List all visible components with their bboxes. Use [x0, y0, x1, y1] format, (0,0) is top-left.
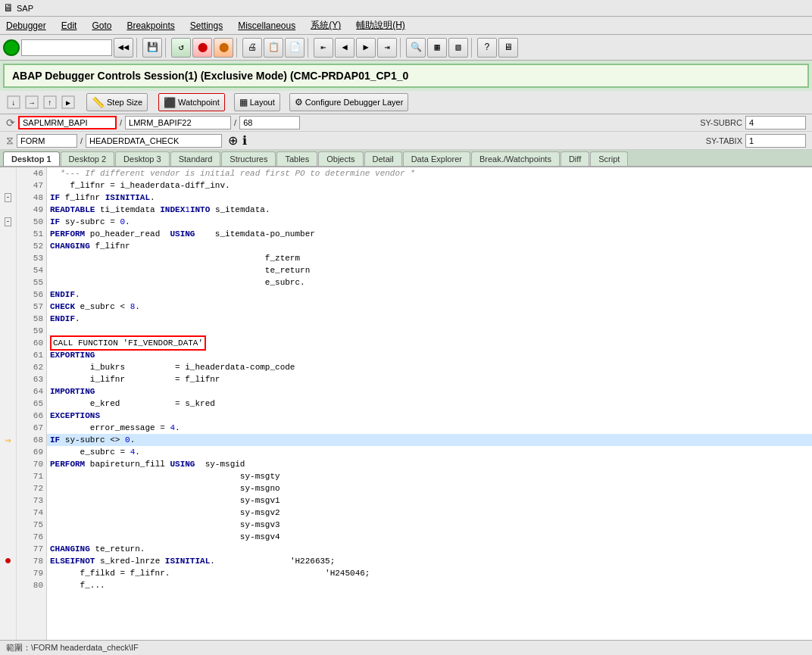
layout-btn1[interactable]: ▦	[427, 38, 447, 58]
code-line-68: IF sy-subrc <> 0.	[47, 434, 812, 446]
step-over-icon[interactable]: →	[24, 95, 39, 109]
sy-tabix-value[interactable]	[745, 134, 806, 148]
form-indicator-icon: ⧖	[6, 134, 14, 147]
line-num-50: 50	[17, 216, 46, 228]
tab-detail[interactable]: Detail	[364, 151, 402, 166]
find-btn[interactable]: 🔍	[406, 38, 426, 58]
toolbar-sep3	[236, 38, 239, 58]
ok-button[interactable]	[3, 39, 20, 56]
code-line-75: sy-msgv3	[47, 519, 812, 531]
info-row-2: ⧖ / ⊕ ℹ SY-TABIX	[0, 132, 812, 150]
watchpoint-btn[interactable]: ⬛ Watchpoint	[158, 93, 225, 111]
line-num-70: 70	[17, 458, 46, 470]
form-icon1[interactable]: ⊕	[228, 133, 238, 148]
nav-btn4[interactable]: ⇥	[377, 38, 397, 58]
line-num-52: 52	[17, 240, 46, 252]
line-num-76: 76	[17, 531, 46, 543]
line-num-78: 78	[17, 555, 46, 567]
tab-data-explorer[interactable]: Data Explorer	[403, 151, 470, 166]
line-num-69: 69	[17, 446, 46, 458]
tab-break--watchpoints[interactable]: Break./Watchpoints	[471, 151, 560, 166]
step-into-icon[interactable]: ↓	[6, 95, 21, 109]
menu-settings[interactable]: Settings	[187, 19, 226, 33]
menu-help[interactable]: 輔助說明(H)	[353, 17, 408, 33]
configure-btn[interactable]: ⚙ Configure Debugger Layer	[289, 93, 409, 111]
gutter-cell-52	[0, 240, 16, 252]
line-num-61: 61	[17, 349, 46, 361]
code-line-78: ELSEIF NOT s_kred-lnrze IS INITIAL. 'H22…	[47, 555, 812, 567]
debug-btn2[interactable]: ⬤	[214, 38, 233, 58]
menu-miscellaneous[interactable]: Miscellaneous	[235, 19, 298, 33]
tab-desktop-3[interactable]: Desktop 3	[115, 151, 170, 166]
svg-text:→: →	[30, 99, 34, 108]
sy-subrc-label: SY-SUBRC	[700, 118, 742, 127]
menu-goto[interactable]: Goto	[89, 19, 114, 33]
session-header: ABAP Debugger Controls Session(1) (Exclu…	[3, 64, 809, 88]
menu-system[interactable]: 系統(Y)	[308, 17, 344, 33]
refresh-btn[interactable]: ↺	[171, 38, 191, 58]
menu-breakpoints[interactable]: Breakpoints	[123, 19, 177, 33]
code-line-79: f_filkd = f_lifnr. 'H245046;	[47, 567, 812, 579]
line-num-54: 54	[17, 264, 46, 276]
configure-icon: ⚙	[295, 97, 303, 108]
toolbar-sep5	[400, 38, 403, 58]
save-btn[interactable]: 💾	[142, 38, 162, 58]
menu-debugger[interactable]: Debugger	[3, 19, 49, 33]
menu-edit[interactable]: Edit	[58, 19, 80, 33]
line-num-57: 57	[17, 301, 46, 313]
tab-desktop-2[interactable]: Desktop 2	[61, 151, 115, 166]
nav-btn1[interactable]: ⇤	[314, 38, 333, 58]
program-field[interactable]	[18, 116, 117, 129]
watchpoint-label: Watchpoint	[178, 98, 220, 107]
line-field[interactable]	[239, 116, 300, 129]
back-btn[interactable]: ◀◀	[114, 38, 133, 58]
gutter-cell-47	[0, 179, 16, 192]
form-icon2[interactable]: ℹ	[242, 133, 247, 148]
code-line-57: CHECK e_subrc < 8.	[47, 301, 812, 313]
tab-desktop-1[interactable]: Desktop 1	[3, 151, 60, 166]
code-line-47: f_lifnr = i_headerdata-diff_inv.	[47, 179, 812, 192]
tab-script[interactable]: Script	[590, 151, 628, 166]
layout-icon: ▦	[239, 97, 248, 108]
sy-subrc-value[interactable]	[745, 116, 806, 129]
sep2: /	[234, 118, 236, 127]
line-num-62: 62	[17, 361, 46, 373]
command-input[interactable]	[21, 39, 112, 56]
tab-standard[interactable]: Standard	[170, 151, 221, 166]
code-line-46: *--- If different vendor is initial read…	[47, 167, 812, 179]
copy-btn1[interactable]: 📋	[264, 38, 283, 58]
layout-btn[interactable]: ▦ Layout	[234, 93, 280, 111]
code-line-51: PERFORM po_header_read USING s_itemdata-…	[47, 228, 812, 240]
help-btn[interactable]: ?	[477, 38, 497, 58]
code-line-52: CHANGING f_lifnr	[47, 240, 812, 252]
code-line-56: ENDIF.	[47, 289, 812, 301]
step-size-btn[interactable]: 📏 Step Size	[86, 93, 148, 111]
app-icon: 🖥	[3, 2, 14, 14]
include-field[interactable]	[125, 116, 231, 129]
context-field[interactable]	[17, 134, 77, 148]
print-btn[interactable]: 🖨	[242, 38, 262, 58]
toolbar: ◀◀ 💾 ↺ ⬤ ⬤ 🖨 📋 📄 ⇤ ◀ ▶ ⇥ 🔍 ▦ ▧ ? 🖥	[0, 35, 812, 61]
tab-diff[interactable]: Diff	[561, 151, 589, 166]
info-row-1: ⟳ / / SY-SUBRC	[0, 114, 812, 132]
tab-objects[interactable]: Objects	[318, 151, 363, 166]
gutter-cell-56	[0, 289, 16, 301]
nav-btn3[interactable]: ▶	[356, 38, 376, 58]
gutter-cell-80	[0, 579, 16, 591]
continue-icon[interactable]: ▶	[61, 95, 76, 109]
tab-structures[interactable]: Structures	[221, 151, 276, 166]
line-num-47: 47	[17, 179, 46, 192]
line-num-72: 72	[17, 482, 46, 494]
step-size-label: Step Size	[107, 98, 142, 107]
line-num-77: 77	[17, 543, 46, 555]
step-return-icon[interactable]: ↑	[42, 95, 58, 109]
form-name-field[interactable]	[86, 134, 222, 148]
copy-btn2[interactable]: 📄	[285, 38, 304, 58]
code-line-72: sy-msgno	[47, 482, 812, 494]
tab-tables[interactable]: Tables	[276, 151, 317, 166]
layout-btn2[interactable]: ▧	[448, 38, 468, 58]
debug-btn1[interactable]: ⬤	[192, 38, 212, 58]
nav-btn2[interactable]: ◀	[335, 38, 354, 58]
debug-toolbar: ↓ → ↑ ▶ 📏 Step Size ⬛ Watchpoint ▦ Layou…	[0, 91, 812, 114]
custom-btn[interactable]: 🖥	[498, 38, 518, 58]
